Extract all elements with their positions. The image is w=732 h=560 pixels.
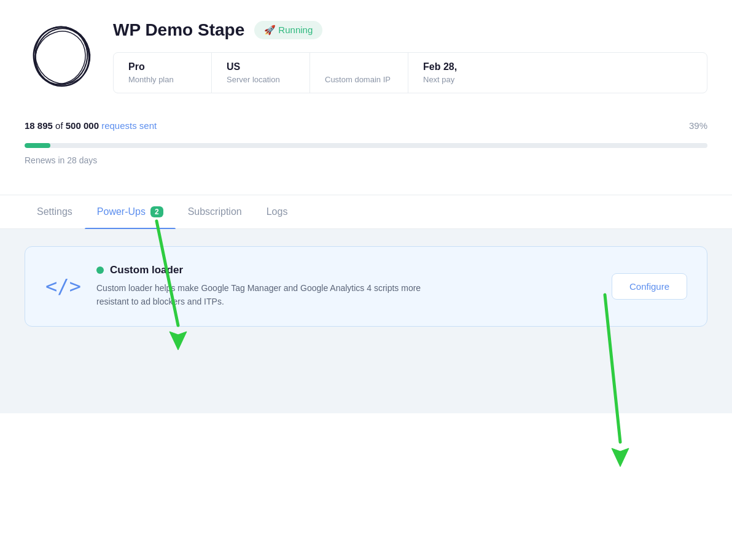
- location-card: US Server location: [212, 53, 310, 93]
- powerup-title: Custom loader: [110, 264, 183, 276]
- domain-card: Custom domain IP: [310, 53, 408, 93]
- powerup-title-row: Custom loader: [96, 264, 597, 276]
- powerup-card: </> Custom loader Custom loader helps ma…: [25, 246, 707, 327]
- plan-value: Pro: [128, 61, 197, 72]
- site-logo: [25, 20, 98, 93]
- configure-button[interactable]: Configure: [612, 273, 687, 300]
- tab-subscription[interactable]: Subscription: [176, 195, 254, 228]
- site-title: WP Demo Stape: [113, 20, 244, 40]
- svg-point-4: [29, 23, 93, 90]
- tab-settings-label: Settings: [37, 206, 72, 217]
- next-pay-card: Feb 28, Next pay: [408, 53, 507, 93]
- powerup-desc: Custom loader helps make Google Tag Mana…: [96, 281, 440, 309]
- domain-label: Custom domain IP: [325, 75, 393, 84]
- tab-power-ups[interactable]: Power-Ups 2: [85, 195, 176, 228]
- location-value: US: [227, 61, 295, 72]
- site-title-row: WP Demo Stape 🚀 Running: [113, 20, 707, 40]
- usage-separator: of: [55, 120, 66, 131]
- svg-marker-3: [612, 448, 629, 467]
- usage-section: 18 895 of 500 000 requests sent 39% Rene…: [25, 108, 707, 180]
- usage-total: 500 000: [66, 120, 99, 131]
- next-pay-label: Next pay: [423, 75, 492, 84]
- renews-text: Renews in 28 days: [25, 155, 707, 180]
- tab-settings[interactable]: Settings: [25, 195, 85, 228]
- powerup-status-dot: [96, 266, 104, 274]
- header-top: WP Demo Stape 🚀 Running Pro Monthly plan…: [25, 20, 707, 93]
- powerup-icon-wrapper: </>: [45, 268, 82, 305]
- content-section: </> Custom loader Custom loader helps ma…: [0, 229, 732, 413]
- plan-label: Monthly plan: [128, 75, 197, 84]
- tab-subscription-label: Subscription: [188, 206, 242, 217]
- tab-logs[interactable]: Logs: [254, 195, 300, 228]
- usage-current: 18 895: [25, 120, 53, 131]
- usage-text: 18 895 of 500 000 requests sent: [25, 120, 157, 131]
- progress-bar-fill: [25, 143, 50, 148]
- svg-point-5: [29, 23, 94, 91]
- tab-power-ups-badge: 2: [150, 206, 163, 217]
- progress-bar: [25, 143, 707, 148]
- plan-card: Pro Monthly plan: [114, 53, 212, 93]
- domain-value: [325, 61, 393, 72]
- tab-power-ups-label: Power-Ups: [97, 206, 146, 217]
- code-icon: </>: [45, 274, 81, 298]
- powerup-info: Custom loader Custom loader helps make G…: [96, 264, 597, 309]
- usage-percent: 39%: [689, 120, 707, 131]
- tab-logs-label: Logs: [267, 206, 288, 217]
- status-badge: 🚀 Running: [254, 21, 322, 39]
- header-section: WP Demo Stape 🚀 Running Pro Monthly plan…: [0, 0, 732, 195]
- location-label: Server location: [227, 75, 295, 84]
- site-info: WP Demo Stape 🚀 Running Pro Monthly plan…: [113, 20, 707, 93]
- requests-label: requests sent: [101, 120, 157, 131]
- tabs-section: Settings Power-Ups 2 Subscription Logs: [0, 195, 732, 229]
- info-cards: Pro Monthly plan US Server location Cust…: [113, 52, 707, 93]
- next-pay-value: Feb 28,: [423, 61, 492, 72]
